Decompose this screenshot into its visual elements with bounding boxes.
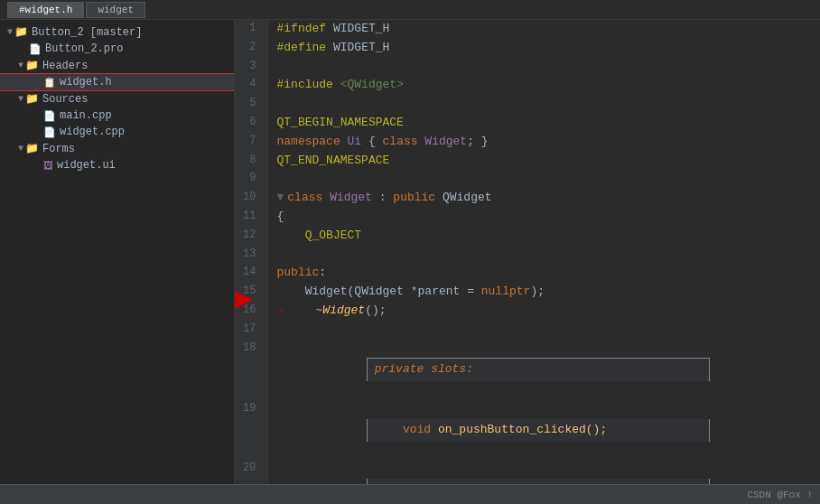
token: Widget (418, 135, 468, 148)
line-content-18: private slots: (267, 340, 820, 400)
line-num-17: 17 (235, 321, 267, 340)
token: Widget (322, 303, 365, 317)
tree-widget-h-label: widget.h (60, 76, 112, 89)
code-table: 1 #ifndef WIDGET_H 2 #define WIDGET_H 3 (235, 20, 820, 484)
table-row: 14 public: (235, 264, 820, 283)
line-num-2: 2 (235, 39, 267, 58)
folder-icon: 📁 (14, 25, 28, 39)
tree-widget-ui[interactable]: 🖼 widget.ui (0, 157, 234, 173)
token: <QWidget> (340, 78, 404, 91)
line-num-16: 16 (235, 302, 267, 321)
token: #include (277, 78, 340, 91)
token: ; } (467, 135, 488, 148)
tree-main-cpp[interactable]: 📄 main.cpp (0, 107, 234, 124)
line-content-11: { (267, 208, 820, 227)
tree-forms[interactable]: 📁 Forms (0, 140, 234, 157)
line-num-15: 15 (235, 283, 267, 302)
tree-sources[interactable]: 📁 Sources (0, 90, 234, 107)
token: #ifndef (277, 22, 333, 35)
tree-widget-h[interactable]: 📋 widget.h (0, 74, 234, 90)
line-content-12: Q_OBJECT (267, 227, 820, 246)
table-row: 7 namespace Ui { class Widget; } (235, 133, 820, 152)
table-row: 11 { (235, 208, 820, 227)
status-bar: CSDN @Fox ! (0, 484, 820, 504)
table-row: 19 void on_pushButton_clicked(); (235, 400, 820, 460)
tree-root[interactable]: 📁 Button_2 [master] (0, 23, 234, 41)
table-row: 8 QT_END_NAMESPACE (235, 152, 820, 171)
folder-forms-icon: 📁 (25, 142, 39, 155)
line-num-13: 13 (235, 246, 267, 265)
tree-pro[interactable]: 📄 Button_2.pro (0, 41, 234, 57)
code-editor[interactable]: 1 #ifndef WIDGET_H 2 #define WIDGET_H 3 (235, 20, 820, 484)
token: WIDGET_H (333, 41, 389, 54)
tree-pro-label: Button_2.pro (45, 42, 123, 55)
table-row: 1 #ifndef WIDGET_H (235, 20, 820, 39)
line-num-11: 11 (235, 208, 267, 227)
token: Q_OBJECT (305, 229, 361, 242)
widget-cpp-icon: 📄 (43, 126, 56, 138)
token (375, 423, 403, 436)
line-content-14: public: (267, 264, 820, 283)
widget-ui-icon: 🖼 (43, 160, 53, 172)
table-row: 3 (235, 58, 820, 77)
line-num-10: 10 (235, 189, 267, 208)
line-content-5 (267, 95, 820, 114)
tree-main-cpp-label: main.cpp (60, 109, 112, 122)
line-content-16: → ~Widget(); (267, 302, 820, 321)
tab-widget[interactable]: widget (86, 2, 145, 18)
line-num-1: 1 (235, 20, 267, 39)
token: Widget (330, 191, 372, 204)
line-num-14: 14 (235, 264, 267, 283)
token: ); (530, 285, 545, 298)
line-content-1: #ifndef WIDGET_H (267, 20, 820, 39)
line-content-10: ▼class Widget : public QWidget (267, 189, 820, 208)
tab-bar: #widget.h widget (0, 0, 820, 20)
line-num-6: 6 (235, 114, 267, 133)
table-row: 4 #include <QWidget> (235, 76, 820, 95)
table-row: 2 #define WIDGET_H (235, 39, 820, 58)
tree-sources-label: Sources (42, 93, 88, 106)
status-text: CSDN @Fox ! (747, 490, 813, 500)
line-content-3 (267, 58, 820, 77)
folder-headers-icon: 📁 (25, 59, 39, 72)
line-num-5: 5 (235, 95, 267, 114)
token: QT_BEGIN_NAMESPACE (277, 116, 404, 129)
token: : (372, 191, 393, 204)
table-row: 16 → ~Widget(); (235, 302, 820, 321)
token: namespace (277, 135, 348, 148)
table-row: 6 QT_BEGIN_NAMESPACE (235, 114, 820, 133)
tree-widget-cpp-label: widget.cpp (60, 126, 125, 138)
token: on_pushButton_clicked(); (431, 423, 607, 436)
highlight-box-top: private slots: (367, 358, 710, 381)
table-row: 13 (235, 246, 820, 265)
line-content-17 (267, 321, 820, 340)
main-area: 📁 Button_2 [master] 📄 Button_2.pro 📁 Hea… (0, 20, 820, 484)
collapse-sources-icon (18, 94, 23, 104)
token: private slots: (375, 362, 473, 376)
main-cpp-icon: 📄 (43, 110, 56, 122)
token: #define (277, 41, 333, 54)
highlight-box-bottom (367, 479, 710, 484)
line-content-7: namespace Ui { class Widget; } (267, 133, 820, 152)
table-row: 17 (235, 321, 820, 340)
token: Ui (348, 135, 362, 148)
table-row: 9 (235, 170, 820, 189)
tree-widget-cpp[interactable]: 📄 widget.cpp (0, 124, 234, 140)
token: WIDGET_H (333, 22, 389, 35)
h-icon: 📋 (43, 77, 56, 89)
token: public (393, 191, 435, 204)
line-num-12: 12 (235, 227, 267, 246)
token: (); (365, 303, 386, 317)
line-num-19: 19 (235, 400, 267, 460)
table-row: 12 Q_OBJECT (235, 227, 820, 246)
line-num-8: 8 (235, 152, 267, 171)
token: QWidget (354, 285, 404, 298)
line-num-20: 20 (235, 460, 267, 484)
line-content-13 (267, 246, 820, 265)
token: { (277, 210, 284, 223)
tabs-container: #widget.h widget (7, 2, 145, 18)
tree-headers[interactable]: 📁 Headers (0, 57, 234, 74)
tab-widget-h[interactable]: #widget.h (7, 2, 84, 18)
red-arrow-icon: → (277, 303, 284, 317)
line-content-6: QT_BEGIN_NAMESPACE (267, 114, 820, 133)
